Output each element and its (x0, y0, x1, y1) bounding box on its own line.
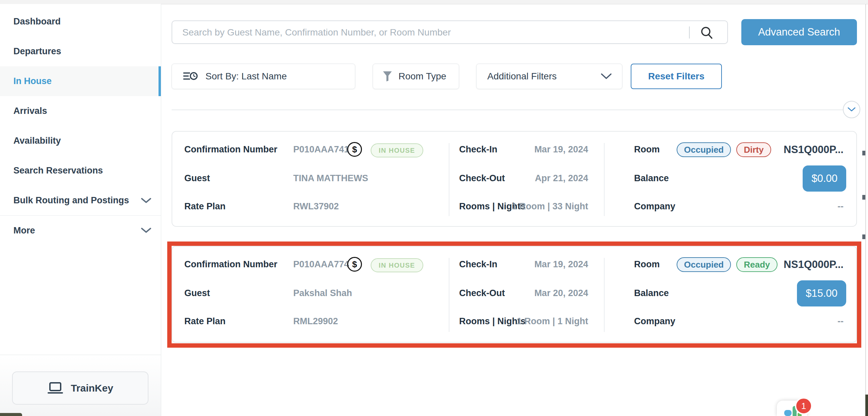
guest-label: Guest (184, 288, 210, 298)
window-edge (865, 4, 866, 416)
funnel-icon (382, 71, 393, 82)
highlight-frame: Confirmation Number P010AAA774 $ IN HOUS… (167, 242, 861, 348)
collapse-panel-button[interactable] (843, 101, 860, 118)
sidebar-item-label: Departures (13, 46, 61, 57)
window-edge-artifact (862, 195, 865, 200)
rate-plan-value: RWL37902 (293, 201, 339, 212)
company-value: -- (837, 201, 843, 212)
sort-by-dropdown[interactable]: Sort By: Last Name (172, 64, 355, 89)
room-label: Room (634, 145, 660, 155)
occupancy-status-pill: Occupied (677, 142, 731, 157)
laptop-icon (47, 382, 63, 394)
status-badge: IN HOUSE (371, 258, 423, 272)
sidebar-item-bulk-routing[interactable]: Bulk Routing and Postings (0, 186, 161, 215)
in-house-page: Dashboard Departures In House Arrivals A… (0, 0, 868, 416)
trainkey-button[interactable]: TrainKey (12, 372, 149, 405)
balance-chip[interactable]: $15.00 (797, 280, 846, 307)
checkout-label: Check-Out (459, 288, 505, 298)
desktop-corner (0, 413, 22, 416)
sidebar-item-arrivals[interactable]: Arrivals (0, 96, 161, 126)
additional-filters-label: Additional Filters (487, 71, 557, 82)
confirmation-label: Confirmation Number (184, 259, 278, 269)
trainkey-label: TrainKey (71, 383, 113, 394)
rooms-nights-value: 1 Room | 1 Night (517, 316, 588, 327)
rate-plan-label: Rate Plan (184, 201, 225, 212)
column-divider (449, 258, 450, 332)
sidebar-nav: Dashboard Departures In House Arrivals A… (0, 7, 161, 245)
guest-name: Pakshal Shah (293, 288, 352, 298)
company-label: Company (634, 201, 675, 212)
chevron-down-icon (847, 107, 856, 112)
checkin-label: Check-In (459, 145, 497, 155)
reservation-card[interactable]: Confirmation Number P010AAA774 $ IN HOUS… (172, 246, 857, 343)
search-divider (689, 27, 690, 38)
additional-filters-dropdown[interactable]: Additional Filters (476, 64, 622, 89)
housekeeping-status-pill: Dirty (736, 142, 771, 157)
checkout-date: Apr 21, 2024 (535, 173, 588, 184)
room-type-label: Room Type (399, 71, 446, 82)
status-badge: IN HOUSE (371, 143, 423, 157)
sidebar-item-more[interactable]: More (0, 215, 161, 245)
rate-plan-label: Rate Plan (184, 316, 225, 327)
rate-plan-value: RML29902 (293, 316, 338, 327)
confirmation-number: P010AAA741 (293, 145, 349, 155)
confirmation-number: P010AAA774 (293, 259, 349, 269)
room-number: NS1Q000P... (783, 144, 843, 156)
sidebar-item-label: Arrivals (13, 106, 47, 116)
room-type-filter[interactable]: Room Type (373, 64, 459, 89)
balance-label: Balance (634, 173, 669, 184)
search-icon[interactable] (700, 26, 714, 41)
column-divider (604, 143, 604, 216)
checkout-date: Mar 20, 2024 (534, 288, 588, 298)
results-divider (172, 109, 846, 110)
search-input[interactable] (182, 21, 679, 44)
balance-label: Balance (634, 288, 669, 298)
room-number: NS1Q000P... (783, 259, 843, 270)
chevron-down-icon (141, 227, 152, 233)
checkin-date: Mar 19, 2024 (534, 145, 588, 155)
desktop-corner (865, 394, 868, 416)
checkin-date: Mar 19, 2024 (534, 259, 588, 269)
sidebar-footer: TrainKey (0, 355, 161, 416)
column-divider (449, 143, 450, 216)
balance-chip[interactable]: $0.00 (803, 165, 846, 192)
rooms-nights-value: 1 Room | 33 Night (512, 201, 588, 212)
window-edge-artifact (862, 151, 865, 155)
sidebar-item-label: Availability (13, 136, 61, 146)
reservation-card[interactable]: Confirmation Number P010AAA741 $ IN HOUS… (172, 131, 857, 227)
company-label: Company (634, 316, 675, 327)
sidebar-item-search-reservations[interactable]: Search Reservations (0, 156, 161, 186)
sidebar-item-label: Dashboard (13, 17, 61, 27)
room-status-pills: Occupied Dirty (677, 142, 771, 157)
rooms-nights-label: Rooms | Nights (459, 316, 526, 327)
search-bar (172, 21, 728, 44)
confirmation-label: Confirmation Number (184, 145, 278, 155)
chevron-down-icon (600, 73, 612, 80)
company-value: -- (837, 316, 843, 327)
sidebar-item-label: Bulk Routing and Postings (13, 195, 129, 206)
sidebar-item-dashboard[interactable]: Dashboard (0, 7, 161, 36)
room-label: Room (634, 259, 660, 269)
sidebar-item-availability[interactable]: Availability (0, 126, 161, 156)
checkout-label: Check-Out (459, 173, 505, 184)
chevron-down-icon (141, 198, 152, 204)
advanced-search-button[interactable]: Advanced Search (741, 19, 857, 45)
occupancy-status-pill: Occupied (677, 257, 731, 272)
room-status-pills: Occupied Ready (677, 257, 777, 272)
sidebar-item-label: More (13, 225, 35, 236)
guest-name: TINA MATTHEWS (293, 173, 368, 184)
reset-filters-button[interactable]: Reset Filters (631, 64, 722, 89)
housekeeping-status-pill: Ready (736, 257, 777, 272)
notification-badge: 1 (795, 397, 812, 415)
checkin-label: Check-In (459, 259, 497, 269)
sidebar-item-departures[interactable]: Departures (0, 36, 161, 66)
window-edge-artifact (862, 234, 865, 239)
sidebar-item-in-house[interactable]: In House (0, 66, 161, 96)
dollar-circle-icon: $ (347, 257, 362, 271)
sort-by-label: Sort By: Last Name (206, 71, 287, 82)
sidebar-item-label: Search Reservations (13, 165, 103, 176)
dollar-circle-icon: $ (347, 142, 362, 157)
notification-count: 1 (801, 401, 806, 411)
sidebar-item-label: In House (13, 76, 52, 87)
sidebar: Dashboard Departures In House Arrivals A… (0, 4, 161, 416)
